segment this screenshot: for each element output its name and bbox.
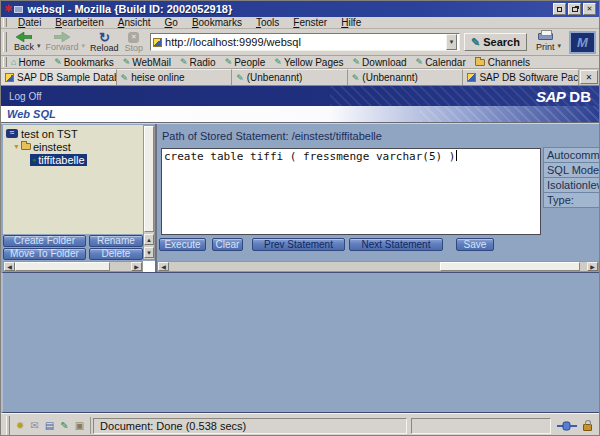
save-button[interactable]: Save bbox=[456, 238, 494, 251]
folder-icon bbox=[21, 143, 31, 150]
tree-frame: ≈ test on TST ▼ einstest ● tiffitabelle bbox=[3, 125, 155, 272]
scrollbar-thumb[interactable] bbox=[15, 262, 110, 271]
toolbar-grippy[interactable] bbox=[3, 18, 7, 27]
url-input[interactable] bbox=[165, 36, 446, 48]
scroll-left-button[interactable]: ◀ bbox=[4, 262, 15, 271]
scrollbar-thumb[interactable] bbox=[440, 262, 581, 271]
search-button[interactable]: ✎ Search bbox=[464, 33, 527, 51]
mail-icon[interactable]: ✉ bbox=[30, 421, 38, 431]
bookmark-bookmarks[interactable]: ✎Bookmarks bbox=[54, 57, 114, 68]
next-statement-button[interactable]: Next Statement bbox=[349, 238, 443, 251]
navigator-icon[interactable]: ✹ bbox=[16, 421, 24, 431]
tree-root-item[interactable]: ≈ test on TST bbox=[6, 127, 143, 140]
stop-label: Stop bbox=[125, 43, 144, 53]
back-button[interactable]: Back bbox=[11, 30, 37, 55]
menu-fenster[interactable]: Fenster bbox=[286, 17, 334, 28]
scroll-down-button[interactable]: ▼ bbox=[144, 247, 154, 258]
close-button[interactable]: ✕ bbox=[583, 3, 596, 15]
banner-texture bbox=[420, 106, 599, 122]
statusbar-grippy[interactable] bbox=[6, 416, 10, 434]
scrollbar-thumb[interactable] bbox=[144, 126, 154, 232]
search-icon: ✎ bbox=[471, 36, 480, 49]
channels-folder-icon bbox=[475, 59, 485, 66]
bookmark-download[interactable]: ✎Download bbox=[353, 57, 407, 68]
reload-button[interactable]: ↻ Reload bbox=[87, 30, 122, 55]
minimize-button[interactable] bbox=[553, 3, 566, 15]
composer-icon[interactable]: ▤ bbox=[45, 421, 54, 431]
security-lock-icon[interactable] bbox=[583, 424, 592, 431]
tree-leaf-item[interactable]: ● tiffitabelle bbox=[6, 153, 143, 166]
tab-sap-sample-database[interactable]: SAP DB Sample Database (... bbox=[1, 69, 117, 85]
scroll-right-button[interactable]: ▶ bbox=[587, 262, 598, 271]
sql-text: create table tiffi ( fressmenge varchar(… bbox=[164, 150, 455, 163]
execute-button[interactable]: Execute bbox=[159, 238, 206, 251]
prev-statement-button[interactable]: Prev Statement bbox=[252, 238, 345, 251]
type-label: Type: bbox=[543, 192, 599, 208]
content-area: ≈ test on TST ▼ einstest ● tiffitabelle bbox=[1, 124, 599, 272]
scroll-left-button[interactable]: ◀ bbox=[158, 262, 169, 271]
menu-bookmarks[interactable]: Bookmarks bbox=[185, 17, 249, 28]
move-to-folder-button[interactable]: Move To Folder bbox=[3, 248, 86, 260]
bookmark-home[interactable]: ⌂Home bbox=[11, 57, 45, 68]
tree-vertical-scrollbar[interactable]: ▲ ▼ bbox=[143, 125, 155, 260]
menu-ansicht[interactable]: Ansicht bbox=[111, 17, 158, 28]
sql-statement-textarea[interactable]: create table tiffi ( fressmenge varchar(… bbox=[161, 148, 541, 235]
component-bar: ✹ ✉ ▤ ✎ ▣ bbox=[14, 417, 91, 433]
url-dropdown-icon[interactable]: ▾ bbox=[446, 34, 457, 50]
bookmark-calendar[interactable]: ✎Calendar bbox=[416, 57, 466, 68]
online-plug-icon[interactable] bbox=[557, 421, 577, 431]
log-off-link[interactable]: Log Off bbox=[9, 91, 42, 102]
menu-datei[interactable]: Datei bbox=[11, 17, 48, 28]
address-book-icon[interactable]: ▣ bbox=[75, 421, 84, 431]
sql-horizontal-scrollbar[interactable]: ◀ ▶ bbox=[157, 261, 599, 272]
toolbar-grippy[interactable] bbox=[3, 57, 7, 67]
menu-tools[interactable]: Tools bbox=[249, 17, 286, 28]
restore-button[interactable] bbox=[568, 3, 581, 15]
twisty-open-icon[interactable]: ▼ bbox=[13, 143, 20, 150]
back-dropdown-icon[interactable]: ▾ bbox=[37, 42, 41, 50]
tree-folder-item[interactable]: ▼ einstest bbox=[6, 140, 143, 153]
tab-label: heise online bbox=[131, 72, 184, 83]
print-button[interactable]: Print bbox=[533, 30, 558, 55]
scroll-right-button[interactable]: ▶ bbox=[131, 262, 142, 271]
tab-unbenannt-1[interactable]: ✎(Unbenannt) bbox=[232, 69, 348, 85]
print-dropdown-icon[interactable]: ▾ bbox=[557, 42, 561, 50]
tree-horizontal-scrollbar[interactable]: ◀ ▶ bbox=[3, 261, 143, 272]
scroll-up-button[interactable]: ▲ bbox=[144, 234, 154, 245]
delete-button[interactable]: Delete bbox=[89, 248, 143, 260]
bookmark-page-icon[interactable] bbox=[153, 38, 162, 47]
stored-statement-path: Path of Stored Statement: /einstest/tiff… bbox=[162, 130, 382, 142]
bookmark-channels[interactable]: Channels bbox=[475, 57, 530, 68]
bookmark-label: Calendar bbox=[425, 57, 466, 68]
tab-close-button[interactable]: ✕ bbox=[580, 70, 598, 84]
create-folder-button[interactable]: Create Folder bbox=[3, 235, 86, 247]
tab-label: (Unbenannt) bbox=[247, 72, 303, 83]
forward-arrow-icon bbox=[54, 32, 70, 42]
tab-heise-online[interactable]: ✎heise online bbox=[117, 69, 233, 85]
bookmark-webmail[interactable]: ✎WebMail bbox=[123, 57, 171, 68]
radio-icon: ✎ bbox=[180, 58, 188, 67]
bookmark-radio[interactable]: ✎Radio bbox=[180, 57, 216, 68]
menu-hilfe[interactable]: Hilfe bbox=[334, 17, 368, 28]
forward-button[interactable]: Forward bbox=[43, 30, 82, 55]
print-label: Print bbox=[536, 42, 555, 52]
editor-icon[interactable]: ✎ bbox=[60, 421, 68, 431]
rename-button[interactable]: Rename bbox=[89, 235, 143, 247]
bookmark-yellowpages[interactable]: ✎Yellow Pages bbox=[274, 57, 343, 68]
mozilla-throbber-icon[interactable]: M bbox=[569, 31, 596, 54]
personal-toolbar: ⌂Home ✎Bookmarks ✎WebMail ✎Radio ✎People… bbox=[1, 56, 599, 69]
bookmark-label: Download bbox=[362, 57, 406, 68]
menu-bearbeiten[interactable]: Bearbeiten bbox=[48, 17, 110, 28]
clear-button[interactable]: Clear bbox=[212, 238, 243, 251]
tab-bar: SAP DB Sample Database (... ✎heise onlin… bbox=[1, 69, 599, 86]
menu-go[interactable]: Go bbox=[158, 17, 185, 28]
window-menu-icon[interactable] bbox=[14, 6, 23, 13]
bookmark-label: Bookmarks bbox=[64, 57, 114, 68]
tab-sap-software-packages[interactable]: SAP DB Software Packages bbox=[463, 69, 579, 85]
tab-unbenannt-2[interactable]: ✎(Unbenannt) bbox=[348, 69, 464, 85]
statement-tree: ≈ test on TST ▼ einstest ● tiffitabelle bbox=[3, 125, 143, 234]
stop-button[interactable]: ✕ Stop bbox=[122, 30, 147, 55]
toolbar-grippy[interactable] bbox=[3, 32, 7, 53]
bookmark-people[interactable]: ✎People bbox=[225, 57, 266, 68]
window-title: websql - Mozilla {Build ID: 2002052918} bbox=[27, 3, 551, 15]
